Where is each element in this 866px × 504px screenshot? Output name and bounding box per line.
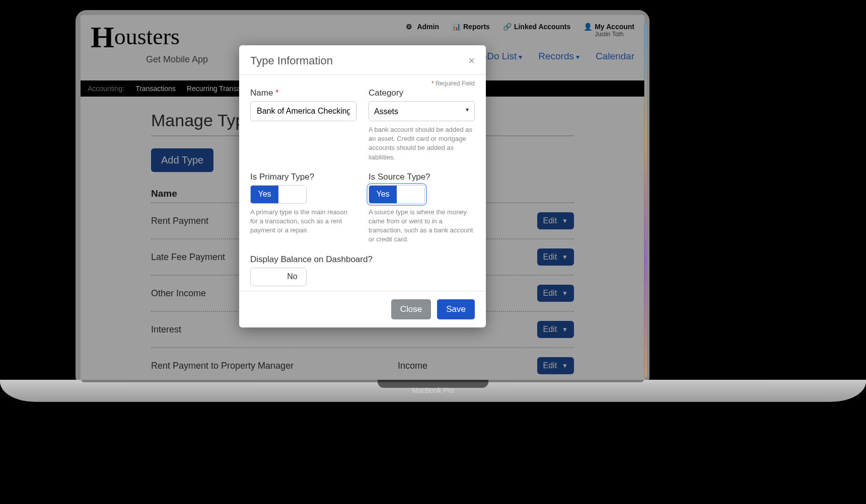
modal-close-button[interactable]: × xyxy=(468,54,475,67)
primary-type-help: A primary type is the main reason for a … xyxy=(250,208,356,235)
close-icon: × xyxy=(468,54,475,67)
category-help-text: A bank account should be added as an ass… xyxy=(369,125,475,162)
primary-type-toggle[interactable]: Yes xyxy=(250,185,307,204)
name-input[interactable] xyxy=(250,101,356,121)
source-type-toggle[interactable]: Yes xyxy=(369,185,425,204)
modal-header: Type Information × xyxy=(239,45,486,75)
primary-type-yes[interactable]: Yes xyxy=(251,186,278,203)
name-field-label: Name * xyxy=(250,88,356,98)
source-type-label: Is Source Type? xyxy=(369,172,475,182)
primary-type-label: Is Primary Type? xyxy=(250,172,356,182)
display-balance-toggle[interactable]: No xyxy=(250,268,307,286)
screen: Housters Get Mobile App ⚙Admin 📊Reports … xyxy=(81,15,644,382)
modal-footer: Close Save xyxy=(239,291,486,327)
modal-title: Type Information xyxy=(250,54,333,67)
category-field-label: Category xyxy=(369,88,475,98)
required-field-note: * Required Field xyxy=(250,80,475,87)
source-type-yes[interactable]: Yes xyxy=(369,186,397,203)
modal-body: * Required Field Name * Category Assets xyxy=(239,75,486,291)
category-select[interactable]: Assets xyxy=(369,101,475,121)
save-button[interactable]: Save xyxy=(437,299,475,319)
laptop-bezel: Housters Get Mobile App ⚙Admin 📊Reports … xyxy=(76,10,650,387)
type-information-modal: Type Information × * Required Field Name… xyxy=(239,45,486,327)
display-balance-off[interactable] xyxy=(251,268,278,286)
display-balance-label: Display Balance on Dashboard? xyxy=(250,255,475,265)
modal-backdrop[interactable]: Type Information × * Required Field Name… xyxy=(81,15,644,382)
laptop-brand-label: MacBook Pro xyxy=(412,386,454,394)
source-type-help: A source type is where the money came fr… xyxy=(369,208,475,244)
source-type-no[interactable] xyxy=(397,186,424,203)
primary-type-no[interactable] xyxy=(278,186,306,203)
display-balance-no[interactable]: No xyxy=(278,268,306,286)
close-button[interactable]: Close xyxy=(391,299,431,319)
